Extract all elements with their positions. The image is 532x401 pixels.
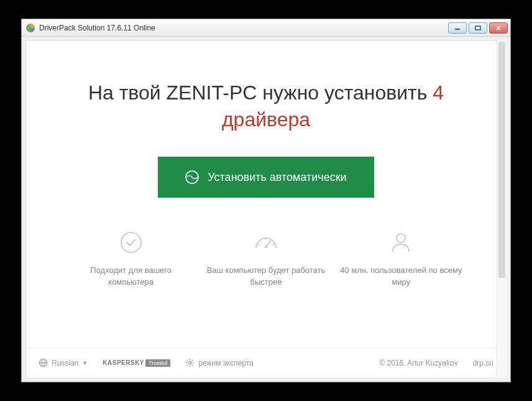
features-row: Подходит для вашего компьютера	[51, 230, 481, 287]
language-label: Russian	[52, 359, 78, 367]
feature-faster: Ваш компьютер будет работать быстрее	[204, 230, 328, 287]
svg-rect-1	[455, 29, 460, 30]
language-selector[interactable]: Russian ▼	[39, 358, 88, 367]
maximize-button[interactable]	[469, 22, 487, 34]
svg-line-19	[187, 360, 188, 361]
feature-text: Подходит для вашего компьютера	[69, 265, 193, 287]
install-icon	[185, 170, 199, 184]
install-button-label: Установить автоматически	[208, 171, 346, 184]
svg-point-4	[121, 233, 141, 252]
minimize-button[interactable]	[448, 22, 467, 34]
main-area: На твой ZENIT-PC нужно установить 4 драй…	[26, 41, 506, 348]
svg-point-10	[397, 234, 405, 242]
close-button[interactable]	[489, 22, 508, 34]
window-title: DriverPack Solution 17.6.11 Online	[39, 24, 448, 32]
scrollbar[interactable]	[497, 40, 507, 378]
trusted-pill: Trusted	[145, 359, 170, 367]
feature-text: 40 млн. пользователей по всему миру	[339, 265, 463, 287]
expert-mode-toggle[interactable]: режим эксперта	[185, 358, 254, 367]
drp-link[interactable]: drp.su	[473, 359, 493, 367]
svg-line-22	[187, 365, 188, 366]
headline: На твой ZENIT-PC нужно установить 4 драй…	[51, 80, 481, 133]
feature-users: 40 млн. пользователей по всему миру	[339, 230, 463, 287]
content: На твой ZENIT-PC нужно установить 4 драй…	[25, 40, 507, 378]
user-icon	[388, 230, 413, 255]
svg-point-14	[189, 361, 191, 364]
svg-point-6	[265, 246, 267, 248]
app-icon	[25, 23, 35, 33]
svg-rect-2	[475, 26, 480, 30]
scrollbar-thumb[interactable]	[498, 42, 505, 278]
globe-icon	[39, 358, 48, 367]
driver-word: драйвера	[222, 108, 310, 131]
app-window: DriverPack Solution 17.6.11 Online На тв…	[21, 19, 511, 382]
check-circle-icon	[119, 230, 144, 255]
footer: Russian ▼ KASPERSKY Trusted	[26, 348, 506, 377]
expert-mode-label: режим эксперта	[198, 359, 254, 367]
window-controls	[448, 22, 508, 34]
svg-line-8	[272, 244, 274, 245]
kaspersky-badge[interactable]: KASPERSKY Trusted	[103, 359, 170, 367]
feature-text: Ваш компьютер будет работать быстрее	[204, 265, 328, 287]
feature-suitable: Подходит для вашего компьютера	[69, 230, 193, 287]
kaspersky-label: KASPERSKY	[103, 359, 144, 366]
svg-line-20	[192, 365, 193, 366]
install-auto-button[interactable]: Установить автоматически	[158, 157, 374, 198]
pc-name: ZENIT-PC	[167, 81, 257, 104]
gauge-icon	[254, 230, 278, 255]
driver-count: 4	[433, 81, 444, 104]
content-frame: На твой ZENIT-PC нужно установить 4 драй…	[22, 37, 510, 382]
chevron-down-icon: ▼	[82, 360, 88, 366]
svg-line-21	[192, 360, 193, 361]
copyright: © 2016, Artur Kuzyakov	[379, 359, 457, 367]
svg-line-7	[258, 244, 260, 245]
gear-icon	[185, 358, 195, 367]
headline-prefix: На твой	[88, 81, 167, 104]
titlebar[interactable]: DriverPack Solution 17.6.11 Online	[22, 19, 510, 37]
headline-mid: нужно установить	[257, 81, 433, 104]
